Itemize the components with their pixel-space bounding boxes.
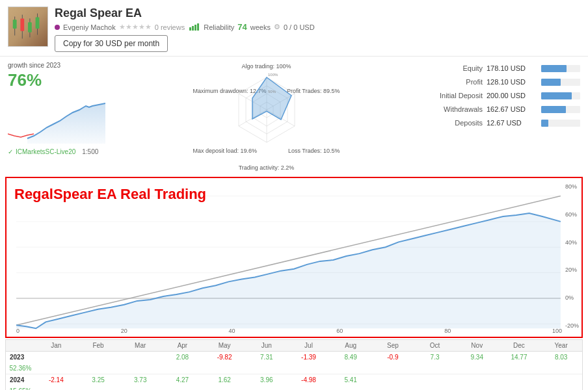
- data-cell: -1.39: [287, 352, 330, 363]
- data-cell: 14.77: [498, 352, 541, 363]
- data-cell: 2.08: [161, 352, 204, 363]
- stat-row: Profit 128.10 USD: [424, 78, 580, 86]
- account-name: ICMarketsSC-Live20: [16, 148, 75, 155]
- table-header-row: JanFebMarAprMayJunJulAugSepOctNovDecYear: [6, 340, 582, 352]
- mini-chart: [8, 92, 105, 144]
- gear-icon: ⚙: [274, 23, 280, 31]
- y-label-neg20: -20%: [565, 322, 579, 329]
- stat-label: Deposits: [424, 119, 483, 127]
- stat-label: Initial Deposit: [424, 92, 483, 99]
- stat-bar-container: [541, 106, 580, 113]
- chart-title: RegalSpear EA Real Trading: [14, 186, 206, 203]
- data-cell: [456, 374, 498, 385]
- weeks-label: weeks: [250, 23, 271, 31]
- stat-row: Withdrawals 162.67 USD: [424, 105, 580, 113]
- data-cell: 8.03: [540, 352, 582, 363]
- table-row: 20232.08-9.827.31-1.398.49-0.97.39.3414.…: [6, 352, 582, 374]
- stat-bar: [541, 65, 567, 72]
- stat-bar: [541, 106, 566, 113]
- stat-value: 12.67 USD: [487, 119, 537, 127]
- data-cell: [35, 352, 77, 363]
- data-cell: 8.49: [330, 352, 372, 363]
- data-cell: -0.9: [372, 352, 414, 363]
- svg-marker-19: [252, 77, 291, 120]
- header-cell: Sep: [372, 340, 414, 351]
- author-dot: [55, 25, 60, 30]
- radar-algo-label: Algo trading: 100%: [241, 63, 291, 70]
- stat-value: 128.10 USD: [487, 78, 537, 86]
- balance-info: 0 / 0 USD: [284, 23, 315, 31]
- copy-button[interactable]: Copy for 30 USD per month: [55, 35, 168, 52]
- logo-image: [8, 6, 48, 47]
- stat-row: Initial Deposit 200.00 USD: [424, 92, 580, 99]
- data-cell: [540, 374, 582, 385]
- data-cell: 15.65%: [6, 385, 35, 390]
- table-row: 2024-2.143.253.734.271.623.96-4.985.4115…: [6, 374, 582, 390]
- svg-rect-4: [20, 18, 24, 31]
- reliability-label: Reliability: [204, 23, 234, 31]
- weeks-value: 74: [237, 22, 247, 32]
- data-cell: 1.62: [204, 374, 246, 385]
- header-cell: Year: [540, 340, 582, 351]
- year-cell: 2023: [6, 352, 35, 363]
- data-cell: 4.27: [161, 374, 204, 385]
- data-cell: -4.98: [287, 374, 330, 385]
- stat-row: Deposits 12.67 USD: [424, 119, 580, 127]
- y-label-60: 60%: [565, 211, 579, 218]
- header-cell: Jun: [245, 340, 287, 351]
- stat-label: Equity: [424, 64, 483, 72]
- stat-bar-container: [541, 120, 580, 127]
- main-content: growth since 2023 76% ✓ ICMarketsSC-Live…: [0, 57, 588, 177]
- header-cell: [6, 340, 35, 351]
- right-panel: Equity 178.10 USD Profit 128.10 USD Init…: [424, 60, 580, 173]
- stat-value: 200.00 USD: [487, 92, 537, 99]
- stat-bar-container: [541, 65, 580, 72]
- header: Regal Spear EA Evgeniy Machok ★★★★★ 0 re…: [0, 0, 588, 57]
- data-cell: -2.14: [35, 374, 77, 385]
- stat-bar-container: [541, 79, 580, 86]
- stat-label: Withdrawals: [424, 105, 483, 113]
- y-label-80: 80%: [565, 183, 579, 190]
- stars: ★★★★★: [119, 23, 152, 31]
- check-icon: ✓: [8, 148, 13, 155]
- data-cell: [372, 374, 414, 385]
- stat-value: 162.67 USD: [487, 105, 537, 113]
- data-cell: -9.82: [204, 352, 246, 363]
- data-cell: [498, 374, 541, 385]
- header-cell: Dec: [498, 340, 541, 351]
- radar-panel: Algo trading: 100% Profit Trades: 89.5% …: [114, 60, 419, 173]
- svg-text:100%: 100%: [268, 73, 278, 77]
- stat-bar: [541, 92, 572, 99]
- header-cell: Jan: [35, 340, 77, 351]
- left-panel: growth since 2023 76% ✓ ICMarketsSC-Live…: [8, 60, 109, 173]
- svg-text:50%: 50%: [268, 90, 276, 94]
- ea-title: Regal Spear EA: [55, 6, 142, 20]
- data-table: JanFebMarAprMayJunJulAugSepOctNovDecYear…: [5, 339, 583, 390]
- data-cell: [119, 352, 161, 363]
- data-cell: 7.31: [245, 352, 287, 363]
- stat-value: 178.10 USD: [487, 64, 537, 72]
- data-cell: 9.34: [456, 352, 498, 363]
- data-cell: 3.96: [245, 374, 287, 385]
- year-cell: 2024: [6, 374, 35, 385]
- author-name: Evgeniy Machok: [63, 23, 116, 31]
- data-cell: 7.3: [414, 352, 456, 363]
- data-cell: 5.41: [330, 374, 372, 385]
- stat-bar: [541, 79, 561, 86]
- data-cell: [77, 352, 120, 363]
- stat-row: Equity 178.10 USD: [424, 64, 580, 72]
- stat-bar-container: [541, 92, 580, 99]
- data-cell: 3.73: [119, 374, 161, 385]
- data-cell: 3.25: [77, 374, 120, 385]
- growth-value: 76%: [8, 70, 109, 90]
- svg-rect-2: [13, 20, 17, 29]
- stat-bar: [541, 120, 548, 127]
- header-cell: Apr: [161, 340, 204, 351]
- header-info: Regal Spear EA Evgeniy Machok ★★★★★ 0 re…: [55, 6, 580, 52]
- data-cell: 52.36%: [6, 363, 35, 374]
- y-labels: 80% 60% 40% 20% 0% -20%: [565, 183, 579, 329]
- radar-chart: 50% 100%: [228, 71, 306, 149]
- y-label-0: 0%: [565, 294, 579, 301]
- data-cell: [414, 374, 456, 385]
- growth-label: growth since 2023: [8, 62, 109, 69]
